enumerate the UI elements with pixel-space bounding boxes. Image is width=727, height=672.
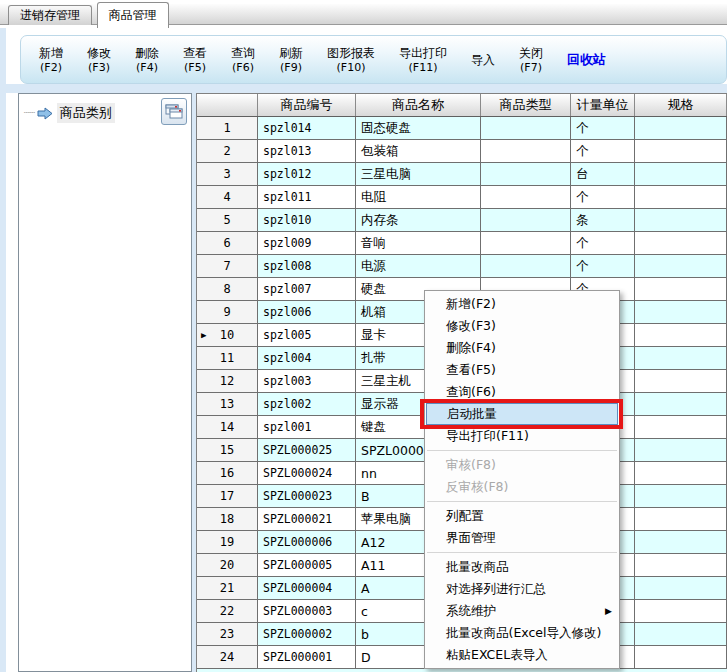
cell-product-code[interactable]: SPZL000021 xyxy=(258,508,356,530)
cell-product-code[interactable]: SPZL000001 xyxy=(258,646,356,668)
cell-unit[interactable]: 个 xyxy=(571,232,635,254)
cell-unit[interactable]: 个 xyxy=(571,117,635,139)
cell-product-code[interactable]: spzl009 xyxy=(258,232,356,254)
cell-spec[interactable] xyxy=(635,209,727,231)
row-number-cell[interactable]: 3 xyxy=(197,163,258,185)
menu-item[interactable]: 系统维护▶ xyxy=(425,600,619,622)
row-number-cell[interactable]: 24 xyxy=(197,646,258,668)
cell-product-code[interactable]: SPZL000002 xyxy=(258,623,356,645)
column-header-5[interactable]: 规格 xyxy=(635,94,727,116)
table-row[interactable]: 4spzl011电阻个 xyxy=(197,186,727,209)
cell-product-type[interactable] xyxy=(481,140,571,162)
menu-item[interactable]: 列配置 xyxy=(425,505,619,527)
row-number-cell[interactable]: 15 xyxy=(197,439,258,461)
row-number-cell[interactable]: 16 xyxy=(197,462,258,484)
row-number-cell[interactable]: 7 xyxy=(197,255,258,277)
cell-product-code[interactable]: spzl014 xyxy=(258,117,356,139)
row-number-cell[interactable]: 14 xyxy=(197,416,258,438)
cell-spec[interactable] xyxy=(635,186,727,208)
table-row[interactable]: 2spzl013包装箱个 xyxy=(197,140,727,163)
cell-spec[interactable] xyxy=(635,117,727,139)
cell-product-code[interactable]: SPZL000025 xyxy=(258,439,356,461)
toolbar-button-f2[interactable]: 新增(F2) xyxy=(27,38,75,82)
cell-product-name[interactable]: 固态硬盘 xyxy=(356,117,481,139)
cell-spec[interactable] xyxy=(635,347,727,369)
menu-item[interactable]: 删除(F4) xyxy=(425,337,619,359)
tree-node-product-category[interactable]: ┄┄ 商品类别 xyxy=(24,103,115,123)
menu-item[interactable]: 审核(F8) xyxy=(425,454,619,476)
row-number-cell[interactable]: 22 xyxy=(197,600,258,622)
cell-product-code[interactable]: spzl011 xyxy=(258,186,356,208)
row-number-cell[interactable]: 2 xyxy=(197,140,258,162)
cell-unit[interactable]: 个 xyxy=(571,186,635,208)
row-number-cell[interactable]: 17 xyxy=(197,485,258,507)
cell-product-code[interactable]: spzl006 xyxy=(258,301,356,323)
table-row[interactable]: 6spzl009音响个 xyxy=(197,232,727,255)
table-row[interactable]: 7spzl008电源个 xyxy=(197,255,727,278)
cell-spec[interactable] xyxy=(635,416,727,438)
toolbar-button-f4[interactable]: 删除(F4) xyxy=(123,38,171,82)
menu-item[interactable]: 导出打印(F11) xyxy=(425,425,619,447)
cell-product-type[interactable] xyxy=(481,232,571,254)
menu-item[interactable]: 查询(F6) xyxy=(425,381,619,403)
cell-unit[interactable]: 个 xyxy=(571,255,635,277)
menu-item[interactable]: 批量改商品(Excel导入修改) xyxy=(425,622,619,644)
cell-product-code[interactable]: spzl010 xyxy=(258,209,356,231)
row-number-cell[interactable]: 20 xyxy=(197,554,258,576)
cell-product-code[interactable]: spzl008 xyxy=(258,255,356,277)
menu-item[interactable]: 反审核(F8) xyxy=(425,476,619,498)
table-row[interactable]: 1spzl014固态硬盘个 xyxy=(197,117,727,140)
cell-spec[interactable] xyxy=(635,439,727,461)
column-header-0[interactable] xyxy=(197,94,258,116)
row-number-cell[interactable]: 12 xyxy=(197,370,258,392)
cell-product-code[interactable]: SPZL000004 xyxy=(258,577,356,599)
toolbar-button-f9[interactable]: 刷新(F9) xyxy=(267,38,315,82)
row-number-cell[interactable]: 10▶ xyxy=(197,324,258,346)
cell-spec[interactable] xyxy=(635,324,727,346)
cell-unit[interactable]: 个 xyxy=(571,140,635,162)
cell-product-name[interactable]: 三星电脑 xyxy=(356,163,481,185)
cell-spec[interactable] xyxy=(635,646,727,668)
menu-item[interactable]: 对选择列进行汇总 xyxy=(425,578,619,600)
cell-spec[interactable] xyxy=(635,600,727,622)
row-number-cell[interactable]: 21 xyxy=(197,577,258,599)
cell-spec[interactable] xyxy=(635,485,727,507)
menu-item-start-batch[interactable]: 启动批量 xyxy=(426,403,618,425)
cell-spec[interactable] xyxy=(635,462,727,484)
toolbar-button-f6[interactable]: 查询(F6) xyxy=(219,38,267,82)
cell-spec[interactable] xyxy=(635,140,727,162)
toolbar-button-f7[interactable]: 关闭(F7) xyxy=(507,38,555,82)
cell-spec[interactable] xyxy=(635,301,727,323)
cell-product-code[interactable]: spzl007 xyxy=(258,278,356,300)
cell-unit[interactable]: 条 xyxy=(571,209,635,231)
cell-product-name[interactable]: 内存条 xyxy=(356,209,481,231)
cell-product-name[interactable]: 包装箱 xyxy=(356,140,481,162)
cell-spec[interactable] xyxy=(635,370,727,392)
cell-product-code[interactable]: SPZL000005 xyxy=(258,554,356,576)
row-number-cell[interactable]: 19 xyxy=(197,531,258,553)
column-header-1[interactable]: 商品编号 xyxy=(258,94,356,116)
row-number-cell[interactable]: 6 xyxy=(197,232,258,254)
table-row[interactable]: 5spzl010内存条条 xyxy=(197,209,727,232)
cell-spec[interactable] xyxy=(635,623,727,645)
cell-unit[interactable]: 台 xyxy=(571,163,635,185)
cell-spec[interactable] xyxy=(635,255,727,277)
cell-product-code[interactable]: spzl012 xyxy=(258,163,356,185)
row-number-cell[interactable]: 11 xyxy=(197,347,258,369)
toolbar-button-f5[interactable]: 查看(F5) xyxy=(171,38,219,82)
menu-item[interactable]: 粘贴EXCEL表导入 xyxy=(425,644,619,666)
cell-product-code[interactable]: spzl002 xyxy=(258,393,356,415)
cell-spec[interactable] xyxy=(635,232,727,254)
cell-product-code[interactable]: SPZL000003 xyxy=(258,600,356,622)
cell-spec[interactable] xyxy=(635,163,727,185)
row-number-cell[interactable]: 4 xyxy=(197,186,258,208)
row-number-cell[interactable]: 13 xyxy=(197,393,258,415)
tab-product-management[interactable]: 商品管理 xyxy=(97,2,169,28)
cell-spec[interactable] xyxy=(635,278,727,300)
row-number-cell[interactable]: 1 xyxy=(197,117,258,139)
toolbar-button-f3[interactable]: 修改(F3) xyxy=(75,38,123,82)
menu-item[interactable]: 界面管理 xyxy=(425,527,619,549)
cell-product-code[interactable]: spzl013 xyxy=(258,140,356,162)
row-number-cell[interactable]: 5 xyxy=(197,209,258,231)
cell-product-code[interactable]: spzl004 xyxy=(258,347,356,369)
